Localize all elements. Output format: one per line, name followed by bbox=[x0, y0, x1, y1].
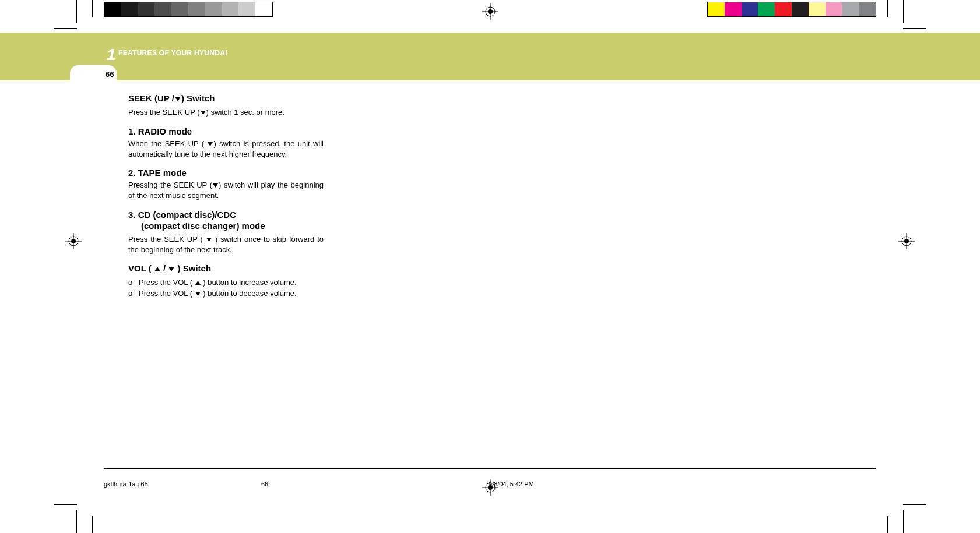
list-item: o Press the VOL ( ) button to decease vo… bbox=[128, 288, 324, 299]
svg-marker-16 bbox=[175, 97, 181, 101]
seek-intro: Press the SEEK UP () switch 1 sec. or mo… bbox=[128, 107, 324, 118]
cd-body: Press the SEEK UP ( ) switch once to ski… bbox=[128, 234, 324, 255]
svg-marker-23 bbox=[195, 281, 201, 285]
tape-body: Pressing the SEEK UP () switch will play… bbox=[128, 180, 324, 201]
text: SEEK (UP / bbox=[128, 93, 174, 103]
seek-heading: SEEK (UP /) Switch bbox=[128, 93, 324, 104]
triangle-up-icon bbox=[195, 278, 201, 288]
footer-filename: gkflhma-1a.p65 bbox=[104, 481, 148, 488]
text: When the SEEK UP ( bbox=[128, 139, 207, 148]
svg-marker-19 bbox=[213, 183, 218, 188]
text: Press the VOL ( bbox=[139, 278, 195, 287]
crop-mark bbox=[76, 510, 77, 533]
chapter-title: FEATURES OF YOUR HYUNDAI bbox=[118, 49, 227, 57]
crop-mark bbox=[887, 516, 888, 533]
text: Press the VOL ( bbox=[139, 289, 195, 298]
text: ) button to increase volume. bbox=[201, 278, 297, 287]
crop-mark bbox=[92, 516, 93, 533]
triangle-down-icon bbox=[195, 289, 201, 299]
text: Press the SEEK UP ( bbox=[128, 235, 206, 243]
crop-mark bbox=[887, 0, 888, 17]
list-text: Press the VOL ( ) button to increase vol… bbox=[139, 277, 324, 288]
crop-mark bbox=[76, 0, 77, 23]
triangle-down-icon bbox=[207, 139, 213, 150]
text: Press the SEEK UP ( bbox=[128, 108, 200, 117]
text: ) button to decease volume. bbox=[201, 289, 297, 298]
registration-mark-icon bbox=[898, 233, 915, 249]
tape-heading: 2. TAPE mode bbox=[128, 168, 324, 178]
text: Pressing the SEEK UP ( bbox=[128, 181, 212, 189]
triangle-down-icon bbox=[200, 108, 206, 118]
triangle-down-icon bbox=[206, 235, 212, 245]
triangle-up-icon bbox=[154, 264, 161, 274]
content-column: SEEK (UP /) Switch Press the SEEK UP () … bbox=[128, 93, 324, 299]
text: 3. CD (compact disc)/CDC bbox=[128, 210, 236, 220]
svg-marker-17 bbox=[201, 111, 206, 115]
vol-heading: VOL ( / ) Switch bbox=[128, 263, 324, 274]
svg-marker-22 bbox=[168, 267, 174, 271]
footer-timestamp: 9/8/04, 5:42 PM bbox=[489, 481, 534, 488]
grayscale-swatch-bar bbox=[104, 2, 273, 17]
text: ) Switch bbox=[175, 263, 211, 273]
text: (compact disc changer) mode bbox=[141, 221, 265, 231]
triangle-down-icon bbox=[174, 94, 181, 104]
crop-mark bbox=[903, 510, 904, 533]
radio-body: When the SEEK UP ( ) switch is pressed, … bbox=[128, 139, 324, 160]
vol-list: o Press the VOL ( ) button to increase v… bbox=[128, 277, 324, 299]
text: ) Switch bbox=[181, 93, 215, 103]
radio-heading: 1. RADIO mode bbox=[128, 126, 324, 136]
color-swatch-bar bbox=[707, 2, 876, 17]
chapter-number: 1 bbox=[107, 45, 116, 64]
crop-mark bbox=[92, 0, 93, 17]
footer-rule bbox=[104, 468, 876, 469]
registration-mark-icon bbox=[65, 233, 82, 249]
footer-page: 66 bbox=[261, 481, 268, 488]
registration-mark-icon bbox=[482, 3, 498, 20]
crop-mark bbox=[903, 28, 926, 29]
crop-mark bbox=[54, 504, 77, 505]
triangle-down-icon bbox=[168, 264, 175, 274]
page-number: 66 bbox=[106, 70, 114, 79]
svg-marker-21 bbox=[154, 267, 160, 271]
text: / bbox=[161, 263, 168, 273]
text: ) switch 1 sec. or more. bbox=[206, 108, 284, 117]
svg-marker-20 bbox=[206, 238, 212, 242]
bullet: o bbox=[128, 288, 139, 299]
svg-marker-24 bbox=[195, 292, 201, 296]
bullet: o bbox=[128, 277, 139, 288]
text: VOL ( bbox=[128, 263, 154, 273]
triangle-down-icon bbox=[212, 181, 219, 191]
crop-mark bbox=[903, 504, 926, 505]
crop-mark bbox=[54, 28, 77, 29]
cd-heading: 3. CD (compact disc)/CDC (compact disc c… bbox=[128, 209, 324, 232]
svg-marker-18 bbox=[208, 142, 213, 146]
crop-mark bbox=[903, 0, 904, 23]
list-item: o Press the VOL ( ) button to increase v… bbox=[128, 277, 324, 288]
list-text: Press the VOL ( ) button to decease volu… bbox=[139, 288, 324, 299]
